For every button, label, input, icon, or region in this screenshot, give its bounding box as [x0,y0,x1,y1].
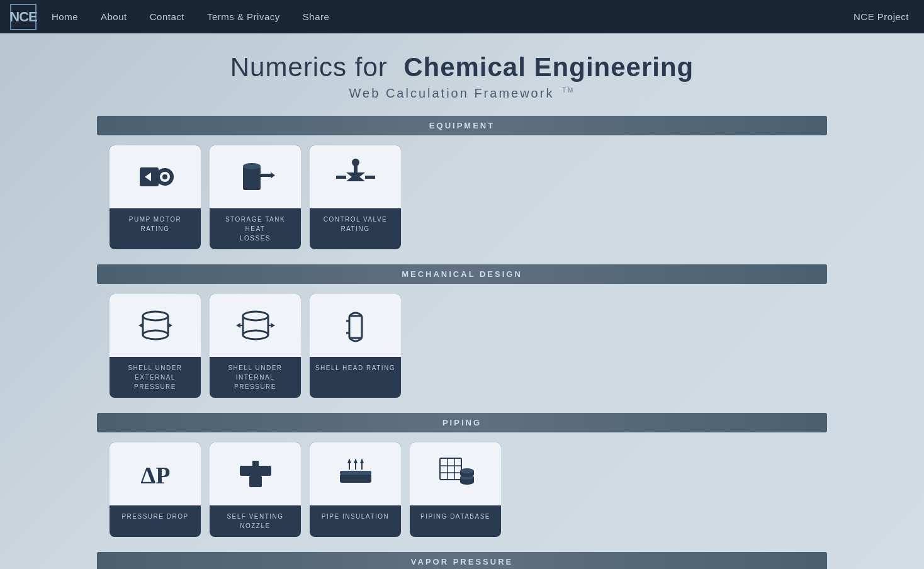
nav-links: Home About Contact Terms & Privacy Share [52,11,329,23]
main-content: Numerics for Chemical Engineering Web Ca… [84,33,840,569]
shell-external-label: SHELL UNDEREXTERNAL PRESSURE [110,357,201,398]
storage-tank-icon [234,155,278,199]
self-venting-icon-area [210,442,301,505]
shell-head-icon-area [310,294,401,357]
svg-rect-43 [240,466,271,476]
svg-point-4 [162,174,167,179]
shell-internal-label: SHELL UNDERINTERNAL PRESSURE [210,357,301,398]
svg-rect-5 [157,174,160,180]
storage-tank-icon-area [210,145,301,208]
equipment-cards: PUMP MOTORRATING STORAGE TANK HEATLOSSES [97,145,827,249]
pump-motor-label: PUMP MOTORRATING [124,208,187,240]
svg-point-65 [460,468,474,473]
section-piping: PIPING ΔP PRESSURE DROP [97,413,827,537]
shell-external-icon-area [110,294,201,357]
svg-rect-18 [365,176,375,179]
section-vapor-pressure: VAPOR PRESSURE LK LEE-KESLER A [97,552,827,569]
storage-tank-label: STORAGE TANK HEATLOSSES [210,208,301,249]
pump-motor-icon-area [110,145,201,208]
section-piping-header: PIPING [97,413,827,432]
shell-head-label: SHELL HEAD RATING [310,357,400,379]
svg-rect-42 [249,476,262,487]
navbar: NCE Home About Contact Terms & Privacy S… [0,0,924,33]
nav-project-label: NCE Project [854,11,909,22]
nav-about[interactable]: About [101,11,127,22]
tm-mark: TM [562,87,575,94]
piping-database-icon-area [410,442,501,505]
card-piping-database[interactable]: PIPING DATABASE [410,442,501,537]
main-heading: Numerics for Chemical Engineering [97,52,827,82]
control-valve-label: CONTROL VALVERATING [318,208,393,240]
pressure-drop-icon: ΔP [133,452,177,496]
logo-text: NCE [9,10,37,24]
svg-rect-44 [252,461,259,467]
pressure-drop-icon-area: ΔP [110,442,201,505]
title-normal: Numerics for [230,52,388,82]
section-mechanical-design: MECHANICAL DESIGN SHEL [97,264,827,398]
svg-rect-47 [340,471,371,475]
card-shell-internal[interactable]: SHELL UNDERINTERNAL PRESSURE [210,294,301,398]
section-equipment: EQUIPMENT PUMP MOTORRA [97,116,827,249]
self-venting-label: SELF VENTINGNOZZLE [222,505,288,537]
section-vapor-header: VAPOR PRESSURE [97,552,827,569]
card-pump-motor-rating[interactable]: PUMP MOTORRATING [110,145,201,249]
shell-external-icon [133,303,177,347]
card-self-venting[interactable]: SELF VENTINGNOZZLE [210,442,301,537]
card-storage-tank[interactable]: STORAGE TANK HEATLOSSES [210,145,301,249]
self-venting-icon [234,452,278,496]
card-control-valve[interactable]: CONTROL VALVERATING [310,145,401,249]
shell-internal-icon [234,303,278,347]
control-valve-icon [334,155,378,199]
svg-text:ΔP: ΔP [140,462,170,488]
section-equipment-header: EQUIPMENT [97,116,827,135]
svg-point-9 [243,163,261,169]
svg-rect-17 [336,176,346,179]
pump-motor-icon [133,155,177,199]
svg-point-16 [352,159,359,166]
card-pressure-drop[interactable]: ΔP PRESSURE DROP [110,442,201,537]
pipe-insulation-label: PIPE INSULATION [317,505,394,527]
piping-cards: ΔP PRESSURE DROP SELF VENTINGNO [97,442,827,537]
svg-rect-8 [243,166,261,190]
svg-rect-46 [340,474,371,483]
section-mech-header: MECHANICAL DESIGN [97,264,827,284]
nav-home[interactable]: Home [52,11,78,22]
pressure-drop-label: PRESSURE DROP [116,505,193,527]
site-title: Numerics for Chemical Engineering [97,52,827,82]
subtitle-text: Web Calculation Framework [349,86,555,100]
pipe-insulation-icon-area [310,442,401,505]
piping-database-icon [434,452,478,496]
mechanical-cards: SHELL UNDEREXTERNAL PRESSURE [97,294,827,398]
nav-share[interactable]: Share [303,11,330,22]
svg-rect-10 [261,174,271,177]
shell-internal-icon-area [210,294,301,357]
piping-database-label: PIPING DATABASE [415,505,495,527]
control-valve-icon-area [310,145,401,208]
shell-head-icon [334,303,378,347]
site-subtitle: Web Calculation Framework TM [97,86,827,101]
pipe-insulation-icon [334,452,378,496]
title-bold: Chemical Engineering [403,52,694,82]
card-shell-external[interactable]: SHELL UNDEREXTERNAL PRESSURE [110,294,201,398]
logo[interactable]: NCE [10,4,37,30]
card-pipe-insulation[interactable]: PIPE INSULATION [310,442,401,537]
card-shell-head[interactable]: SHELL HEAD RATING [310,294,401,398]
nav-terms[interactable]: Terms & Privacy [207,11,280,22]
nav-contact[interactable]: Contact [150,11,184,22]
